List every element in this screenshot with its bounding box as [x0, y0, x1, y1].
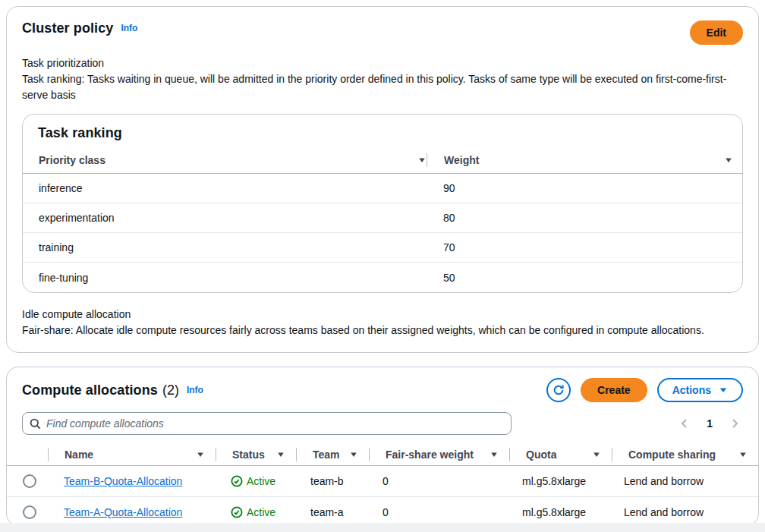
row-radio-button[interactable] — [23, 505, 36, 519]
allocation-name-link[interactable]: Team-A-Quota-Allocation — [64, 506, 182, 518]
search-icon — [30, 418, 41, 430]
column-label: Fair-share weight — [386, 449, 474, 461]
table-row: inference 90 — [23, 174, 742, 203]
compute-allocations-table: Name Status Team Fair-share weight Quota — [7, 444, 758, 526]
row-radio-button[interactable] — [23, 474, 36, 488]
header-actions: Create Actions — [546, 378, 743, 402]
task-prioritization-block: Task prioritization Task ranking: Tasks … — [22, 55, 743, 103]
filter-caret-icon[interactable] — [490, 450, 499, 459]
chevron-down-icon — [719, 386, 728, 395]
filter-caret-icon[interactable] — [724, 156, 733, 165]
page-footer-strip — [0, 523, 765, 532]
fair-share-weight-cell: 0 — [367, 475, 506, 487]
chevron-right-icon — [729, 418, 740, 429]
filter-caret-icon[interactable] — [592, 450, 601, 459]
quota-cell: ml.g5.8xlarge — [506, 475, 608, 487]
column-header-compute-sharing[interactable]: Compute sharing — [612, 444, 758, 465]
cluster-policy-card: Cluster policy Info Edit Task prioritiza… — [6, 6, 759, 353]
refresh-button[interactable] — [546, 378, 571, 402]
allocation-name-link[interactable]: Team-B-Quota-Allocation — [64, 475, 182, 487]
chevron-left-icon — [679, 418, 690, 429]
search-box[interactable] — [22, 412, 512, 435]
status-badge: Active — [231, 475, 294, 487]
column-header-weight[interactable]: Weight — [427, 154, 733, 166]
team-cell: team-a — [294, 506, 367, 518]
check-circle-icon — [231, 475, 243, 487]
priority-class-cell: inference — [23, 182, 427, 194]
table-header-row: Name Status Team Fair-share weight Quota — [7, 444, 758, 466]
column-label: Weight — [444, 154, 479, 166]
search-input[interactable] — [46, 417, 504, 430]
weight-cell: 90 — [427, 182, 742, 194]
column-header-priority-class[interactable]: Priority class — [23, 154, 427, 166]
column-header-name[interactable]: Name — [49, 444, 216, 465]
filter-caret-icon[interactable] — [349, 450, 358, 459]
task-prioritization-label: Task prioritization — [22, 55, 743, 71]
compute-allocations-header: Compute allocations (2) Info Create Acti… — [7, 378, 758, 402]
actions-button-label: Actions — [672, 384, 711, 396]
column-header-fair-share-weight[interactable]: Fair-share weight — [370, 444, 509, 465]
table-toolbar: 1 — [7, 412, 758, 435]
column-label: Priority class — [39, 154, 105, 166]
column-label: Compute sharing — [628, 449, 716, 461]
column-header-quota[interactable]: Quota — [510, 444, 612, 465]
next-page-button[interactable] — [726, 415, 743, 432]
compute-allocations-info-link[interactable]: Info — [187, 385, 203, 395]
status-label: Active — [247, 506, 275, 518]
weight-cell: 50 — [427, 272, 742, 284]
create-button[interactable]: Create — [581, 378, 647, 402]
task-ranking-title: Task ranking — [23, 125, 742, 141]
idle-compute-label: Idle compute allocation — [22, 307, 743, 323]
filter-caret-icon[interactable] — [196, 450, 205, 459]
column-label: Status — [232, 449, 265, 461]
refresh-icon — [552, 384, 565, 396]
idle-compute-block: Idle compute allocation Fair-share: Allo… — [22, 307, 743, 338]
column-header-team[interactable]: Team — [297, 444, 369, 465]
cluster-policy-title: Cluster policy — [22, 20, 113, 36]
compute-sharing-cell: Lend and borrow — [608, 475, 758, 487]
priority-class-cell: experimentation — [23, 212, 427, 224]
priority-class-cell: training — [23, 241, 427, 253]
column-header-status[interactable]: Status — [216, 444, 296, 465]
table-row: Team-B-Quota-Allocation Active team-b 0 … — [7, 466, 758, 497]
task-ranking-table-header: Priority class Weight — [23, 144, 742, 174]
filter-caret-icon[interactable] — [417, 156, 427, 165]
column-label: Team — [313, 449, 340, 461]
status-badge: Active — [231, 506, 294, 518]
filter-caret-icon[interactable] — [738, 450, 748, 459]
table-row: Team-A-Quota-Allocation Active team-a 0 … — [7, 497, 758, 526]
prev-page-button[interactable] — [676, 415, 693, 432]
fair-share-weight-cell: 0 — [367, 506, 506, 518]
title-wrap: Compute allocations (2) Info — [22, 382, 203, 398]
resource-count: (2) — [162, 382, 179, 398]
title-wrap: Cluster policy Info — [22, 20, 137, 36]
table-row: training 70 — [23, 233, 742, 263]
status-label: Active — [247, 475, 275, 487]
cluster-policy-header: Cluster policy Info Edit — [22, 20, 743, 45]
weight-cell: 70 — [427, 241, 742, 253]
cluster-policy-info-link[interactable]: Info — [121, 23, 137, 33]
compute-allocations-card: Compute allocations (2) Info Create Acti… — [6, 367, 759, 526]
task-prioritization-description: Task ranking: Tasks waiting in queue, wi… — [22, 71, 743, 103]
task-ranking-card: Task ranking Priority class Weight infer… — [22, 114, 743, 293]
current-page[interactable]: 1 — [702, 417, 717, 430]
weight-cell: 80 — [427, 212, 742, 224]
pagination: 1 — [676, 414, 743, 433]
compute-sharing-cell: Lend and borrow — [608, 506, 758, 518]
quota-cell: ml.g5.8xlarge — [506, 506, 608, 518]
idle-compute-description: Fair-share: Allocate idle compute resour… — [22, 323, 743, 338]
compute-allocations-title: Compute allocations — [22, 382, 158, 398]
column-label: Name — [65, 449, 93, 461]
priority-class-cell: fine-tuning — [23, 272, 427, 284]
actions-button[interactable]: Actions — [657, 378, 743, 402]
table-row: experimentation 80 — [23, 203, 742, 233]
edit-button[interactable]: Edit — [690, 20, 743, 45]
filter-caret-icon[interactable] — [276, 450, 285, 459]
check-circle-icon — [231, 506, 243, 518]
column-label: Quota — [526, 449, 556, 461]
table-row: fine-tuning 50 — [23, 263, 742, 292]
team-cell: team-b — [294, 475, 367, 487]
